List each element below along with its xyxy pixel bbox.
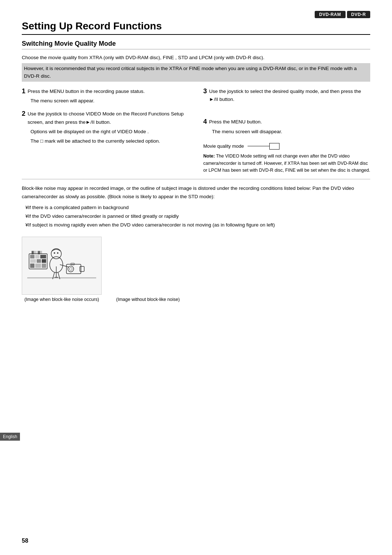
diagram-label: Movie quality mode [203,142,244,150]
steps-two-col: 1 Press the MENU button in the recording… [22,87,370,174]
step3-number: 3 [203,87,207,95]
step4-number: 4 [203,118,207,126]
dvd-ram-badge: DVD-RAM [315,11,345,18]
svg-point-6 [68,266,74,272]
image-with-noise: ▓▒░▓▒ (Image when block-like noise occur… [22,237,102,302]
no-noise-caption: (Image without block-like noise) [116,297,180,302]
image-without-noise: (Image without block-like noise) [116,237,180,302]
svg-rect-8 [80,266,84,272]
svg-rect-14 [30,259,36,263]
section-divider [22,179,370,179]
bullet-1: ¥If there is a complicated pattern in ba… [25,204,370,212]
badge-row: DVD-RAM DVD-R [22,11,370,18]
noise-caption: (Image when block-like noise occurs) [24,297,99,302]
step2-number: 2 [22,110,25,118]
note-text: The VIDEO Mode setting will not change e… [203,154,370,173]
intro-highlight: However, it is recommended that you reco… [22,63,370,82]
svg-rect-18 [35,264,41,268]
svg-rect-13 [40,255,46,258]
bullet-3: ¥If subject is moving rapidly even when … [25,221,370,229]
page-title: Setting Up Record Functions [22,20,370,35]
step2-sub2: The □ mark will be attached to the curre… [30,137,189,145]
page-number: 58 [22,538,28,544]
svg-rect-16 [42,259,46,263]
intro-line1: Choose the movie quality from XTRA (only… [22,54,370,62]
step1-sub: The menu screen will appear. [30,97,189,105]
note-label: Note: [203,154,215,159]
svg-point-3 [54,252,55,254]
diagram-bar [248,146,269,147]
noise-image-placeholder: ▓▒░▓▒ [22,237,102,295]
col-left: 1 Press the MENU button in the recording… [22,87,189,174]
section-title: Switching Movie Quality Mode [22,40,370,49]
svg-rect-17 [30,264,34,268]
svg-point-7 [69,268,72,270]
note-block: Note: The VIDEO Mode setting will not ch… [203,153,370,174]
step4-text: Press the MENU button. [209,118,370,126]
svg-rect-19 [42,264,46,268]
camera-person-illustration: ▓▒░▓▒ [24,237,100,294]
svg-rect-0 [27,277,96,278]
svg-text:▓▒░▓▒: ▓▒░▓▒ [32,251,42,254]
svg-point-2 [51,249,61,259]
col-right: 3 Use the joystick to select the desired… [203,87,370,174]
step4-block: 4 Press the MENU button. The menu screen… [203,118,370,136]
step1-text: Press the MENU button in the recording p… [28,87,189,95]
diagram-line [248,143,279,150]
step3-block: 3 Use the joystick to select the desired… [203,87,370,104]
step1-number: 1 [22,87,25,95]
svg-rect-12 [35,255,40,258]
step1-block: 1 Press the MENU button in the recording… [22,87,189,105]
svg-rect-15 [37,259,41,263]
step3-text: Use the joystick to select the desired q… [209,87,370,104]
svg-point-4 [57,252,58,254]
step4-sub: The menu screen will disappear. [212,128,370,136]
bullet-list: ¥If there is a complicated pattern in ba… [25,204,370,229]
step2-text: Use the joystick to choose VIDEO Mode on… [28,110,189,126]
english-label: English [0,433,20,441]
step2-sub1: Options will be displayed on the right o… [30,128,189,136]
diagram-box [269,143,279,150]
dvd-r-badge: DVD-R [347,11,371,18]
images-row: ▓▒░▓▒ (Image when block-like noise occur… [22,237,370,302]
block-noise-para: Block-like noise may appear in recorded … [22,184,370,201]
quality-diagram: Movie quality mode [203,142,370,150]
step2-block: 2 Use the joystick to choose VIDEO Mode … [22,110,189,145]
svg-rect-11 [30,255,34,258]
bullet-2: ¥If the DVD video camera/recorder is pan… [25,212,370,220]
